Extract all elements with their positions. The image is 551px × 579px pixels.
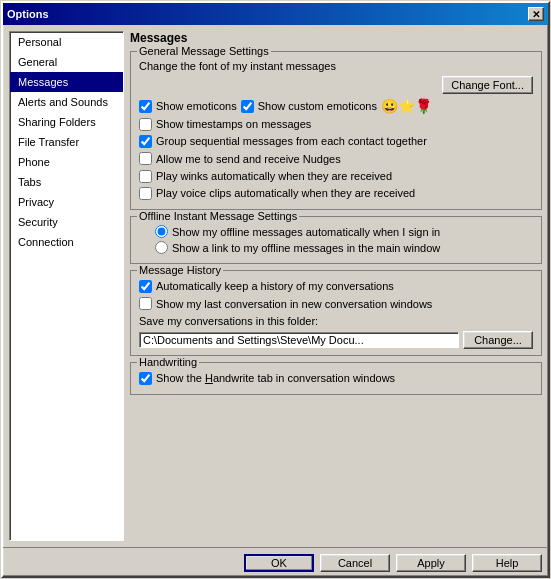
allow-nudges-label: Allow me to send and receive Nudges [156, 152, 341, 166]
message-history-group: Message History Automatically keep a his… [130, 270, 542, 356]
group-sequential-label: Group sequential messages from each cont… [156, 134, 427, 148]
sidebar-item-phone[interactable]: Phone [10, 152, 123, 172]
allow-nudges-row: Allow me to send and receive Nudges [139, 152, 533, 166]
sidebar-item-sharing-folders[interactable]: Sharing Folders [10, 112, 123, 132]
general-settings-legend: General Message Settings [137, 45, 271, 57]
handwriting-legend: Handwriting [137, 356, 199, 368]
show-handwrite-label: Show the Handwrite tab in conversation w… [156, 371, 395, 385]
show-timestamps-row: Show timestamps on messages [139, 117, 533, 131]
group-sequential-row: Group sequential messages from each cont… [139, 134, 533, 148]
save-label: Save my conversations in this folder: [139, 315, 533, 327]
title-bar: Options ✕ [3, 3, 548, 25]
message-history-content: Automatically keep a history of my conve… [139, 279, 533, 349]
change-font-label: Change the font of my instant messages [139, 60, 533, 72]
sidebar: PersonalGeneralMessagesAlerts and Sounds… [9, 31, 124, 541]
play-winks-row: Play winks automatically when they are r… [139, 169, 533, 183]
path-input[interactable] [139, 332, 459, 348]
change-font-row: Change Font... [139, 76, 533, 94]
offline-settings-content: Show my offline messages automatically w… [139, 225, 533, 254]
play-winks-label: Play winks automatically when they are r… [156, 169, 392, 183]
apply-button[interactable]: Apply [396, 554, 466, 572]
sidebar-item-privacy[interactable]: Privacy [10, 192, 123, 212]
group-sequential-checkbox[interactable] [139, 135, 152, 148]
handwriting-group: Handwriting Show the Handwrite tab in co… [130, 362, 542, 395]
show-link-radio[interactable] [155, 241, 168, 254]
sidebar-item-messages[interactable]: Messages [10, 72, 123, 92]
sidebar-item-security[interactable]: Security [10, 212, 123, 232]
handwriting-content: Show the Handwrite tab in conversation w… [139, 371, 533, 385]
sidebar-item-general[interactable]: General [10, 52, 123, 72]
emoji-icons: 😀⭐🌹 [381, 98, 432, 114]
auto-keep-label: Automatically keep a history of my conve… [156, 279, 394, 293]
show-offline-label: Show my offline messages automatically w… [172, 226, 440, 238]
general-settings-content: Change the font of my instant messages C… [139, 60, 533, 200]
auto-keep-checkbox[interactable] [139, 280, 152, 293]
allow-nudges-checkbox[interactable] [139, 152, 152, 165]
options-window: Options ✕ PersonalGeneralMessagesAlerts … [1, 1, 550, 578]
window-content: PersonalGeneralMessagesAlerts and Sounds… [3, 25, 548, 547]
show-custom-emoticons-checkbox[interactable] [241, 100, 254, 113]
main-panel: Messages General Message Settings Change… [130, 31, 542, 541]
show-offline-row: Show my offline messages automatically w… [139, 225, 533, 238]
message-history-legend: Message History [137, 264, 223, 276]
show-custom-emoticons-label: Show custom emoticons [258, 100, 377, 112]
show-emoticons-label: Show emoticons [156, 100, 237, 112]
show-link-row: Show a link to my offline messages in th… [139, 241, 533, 254]
sidebar-item-alerts-sounds[interactable]: Alerts and Sounds [10, 92, 123, 112]
sidebar-item-connection[interactable]: Connection [10, 232, 123, 252]
show-offline-radio[interactable] [155, 225, 168, 238]
sidebar-item-personal[interactable]: Personal [10, 32, 123, 52]
show-last-checkbox[interactable] [139, 297, 152, 310]
close-button[interactable]: ✕ [528, 7, 544, 21]
cancel-button[interactable]: Cancel [320, 554, 390, 572]
show-timestamps-checkbox[interactable] [139, 118, 152, 131]
play-voice-checkbox[interactable] [139, 187, 152, 200]
play-voice-row: Play voice clips automatically when they… [139, 186, 533, 200]
offline-settings-legend: Offline Instant Message Settings [137, 210, 299, 222]
show-emoticons-checkbox[interactable] [139, 100, 152, 113]
auto-keep-row: Automatically keep a history of my conve… [139, 279, 533, 293]
emoticons-row: Show emoticons Show custom emoticons 😀⭐🌹 [139, 98, 533, 114]
change-font-button[interactable]: Change Font... [442, 76, 533, 94]
general-message-settings-group: General Message Settings Change the font… [130, 51, 542, 210]
show-last-row: Show my last conversation in new convers… [139, 297, 533, 311]
show-link-label: Show a link to my offline messages in th… [172, 242, 440, 254]
show-handwrite-checkbox[interactable] [139, 372, 152, 385]
change-path-button[interactable]: Change... [463, 331, 533, 349]
sidebar-item-file-transfer[interactable]: File Transfer [10, 132, 123, 152]
play-voice-label: Play voice clips automatically when they… [156, 186, 415, 200]
play-winks-checkbox[interactable] [139, 170, 152, 183]
ok-button[interactable]: OK [244, 554, 314, 572]
show-handwrite-row: Show the Handwrite tab in conversation w… [139, 371, 533, 385]
window-title: Options [7, 8, 49, 20]
sidebar-item-tabs[interactable]: Tabs [10, 172, 123, 192]
show-timestamps-label: Show timestamps on messages [156, 117, 311, 131]
footer: OK Cancel Apply Help [3, 547, 548, 576]
path-row: Change... [139, 331, 533, 349]
show-last-label: Show my last conversation in new convers… [156, 297, 432, 311]
page-title: Messages [130, 31, 542, 45]
offline-settings-group: Offline Instant Message Settings Show my… [130, 216, 542, 264]
help-button[interactable]: Help [472, 554, 542, 572]
